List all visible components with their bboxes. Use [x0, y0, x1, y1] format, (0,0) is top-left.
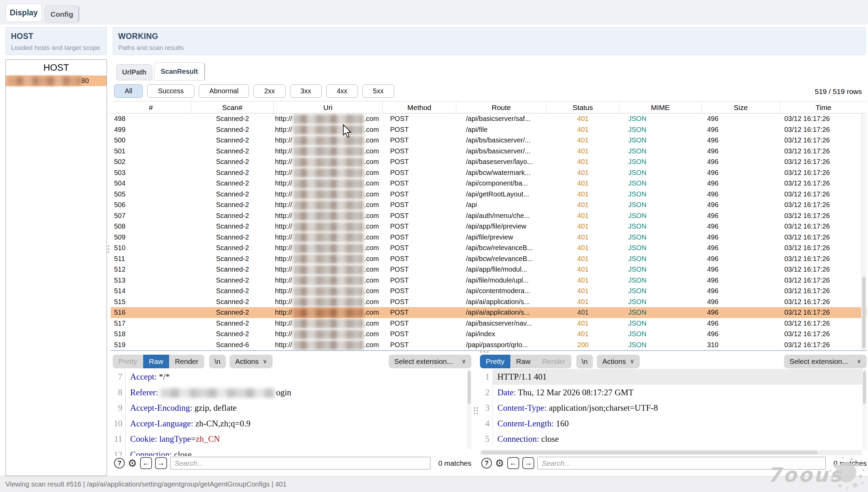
filter-button[interactable]: Abnormal	[199, 84, 249, 98]
help-icon[interactable]: ?	[481, 458, 492, 468]
table-row[interactable]: 519 Scanned-6 http://.com POST /papi/pas…	[111, 340, 867, 351]
column-header[interactable]: Time	[780, 101, 867, 114]
cell-size: 496	[702, 318, 780, 329]
scrollbar-thumb[interactable]	[863, 371, 866, 404]
filter-button[interactable]: 5xx	[362, 84, 394, 98]
newline-toggle-button[interactable]: \n	[209, 355, 226, 368]
table-row[interactable]: 512 Scanned-2 http://.com POST /api/app/…	[111, 264, 867, 275]
select-extension-dropdown[interactable]: Select extension... ∨	[784, 355, 867, 368]
tab-display[interactable]: Display	[5, 3, 42, 22]
column-header[interactable]: Status	[547, 101, 619, 114]
actions-button[interactable]: Actions ∨	[597, 355, 639, 368]
previous-match-button[interactable]: ←	[507, 457, 519, 469]
uri-prefix: http://	[275, 169, 292, 176]
table-row[interactable]: 500 Scanned-2 http://.com POST /api/bs/b…	[111, 135, 867, 146]
table-row[interactable]: 517 Scanned-2 http://.com POST /api/basi…	[111, 318, 867, 329]
gear-icon[interactable]: ⚙	[128, 458, 137, 468]
newline-toggle-button[interactable]: \n	[576, 355, 593, 368]
line-number: 1	[480, 369, 493, 385]
filter-button[interactable]: 2xx	[253, 84, 285, 98]
table-row[interactable]: 510 Scanned-2 http://.com POST /api/bcw/…	[111, 243, 867, 254]
cell-route: /api/baseserver/layo...	[456, 156, 547, 167]
redacted-uri-host	[293, 308, 363, 318]
table-row[interactable]: 506 Scanned-2 http://.com POST /api 401 …	[111, 200, 867, 210]
editor-splitter-handle[interactable]	[474, 407, 478, 414]
render-tab[interactable]: Render	[169, 355, 204, 368]
table-row[interactable]: 515 Scanned-2 http://.com POST /api/ai/a…	[111, 297, 867, 308]
response-editor-content[interactable]: 1 HTTP/1.1 401 2 Date: Thu, 12 Mar 2026 …	[480, 369, 867, 456]
table-scrollbar[interactable]	[861, 113, 866, 350]
cell-time: 03/12 16:17:26	[780, 340, 867, 351]
table-row[interactable]: 505 Scanned-2 http://.com POST /api/getR…	[111, 189, 867, 200]
next-match-button[interactable]: →	[155, 457, 167, 469]
tab-scanresult[interactable]: ScanResult	[154, 63, 205, 81]
cell-time: 03/12 16:17:26	[780, 135, 867, 146]
cell-scan: Scanned-2	[191, 307, 274, 318]
cell-number: 513	[111, 275, 191, 286]
table-row[interactable]: 514 Scanned-2 http://.com POST /api/cont…	[111, 286, 867, 297]
select-extension-dropdown[interactable]: Select extension... ∨	[389, 355, 471, 368]
search-input[interactable]	[170, 457, 430, 469]
host-row[interactable]: 80	[6, 76, 107, 86]
tab-config[interactable]: Config	[45, 5, 79, 23]
filter-button[interactable]: 3xx	[290, 84, 322, 98]
table-row[interactable]: 503 Scanned-2 http://.com POST /api/bcw/…	[111, 167, 867, 178]
search-input[interactable]	[537, 457, 826, 469]
cell-method: POST	[383, 340, 456, 351]
column-header[interactable]: Method	[383, 101, 456, 114]
raw-tab[interactable]: Raw	[143, 355, 169, 368]
pretty-tab[interactable]: Pretty	[480, 355, 510, 368]
horizontal-splitter-handle[interactable]	[480, 351, 488, 353]
column-header[interactable]: Scan#	[191, 101, 274, 114]
table-row[interactable]: 501 Scanned-2 http://.com POST /api/bs/b…	[111, 146, 867, 157]
panel-splitter-handle[interactable]	[108, 245, 109, 253]
response-editor-scrollbar[interactable]	[862, 369, 867, 449]
cell-size: 496	[702, 200, 780, 210]
help-icon[interactable]: ?	[114, 458, 125, 468]
table-row[interactable]: 499 Scanned-2 http://.com POST /api/file…	[111, 124, 867, 135]
scrollbar-thumb[interactable]	[468, 371, 471, 404]
cell-number: 503	[111, 167, 191, 178]
filter-button[interactable]: Success	[147, 84, 194, 98]
table-row[interactable]: 504 Scanned-2 http://.com POST /api/comp…	[111, 178, 867, 189]
table-scrollbar-thumb[interactable]	[862, 277, 866, 348]
request-editor-scrollbar[interactable]	[467, 369, 471, 449]
filter-button[interactable]: 4xx	[326, 84, 358, 98]
column-header[interactable]: Size	[702, 101, 780, 114]
raw-tab[interactable]: Raw	[510, 355, 536, 368]
cell-route: /api/getRootLayout...	[456, 189, 547, 200]
cell-route: /api/file/preview	[456, 232, 547, 243]
table-row[interactable]: 511 Scanned-2 http://.com POST /api/bcw/…	[111, 254, 867, 264]
pretty-tab[interactable]: Pretty	[113, 355, 143, 368]
table-row[interactable]: 509 Scanned-2 http://.com POST /api/file…	[111, 232, 867, 243]
editor-line: 2 Date: Thu, 12 Mar 2026 08:17:27 GMT	[480, 385, 867, 400]
actions-button[interactable]: Actions ∨	[230, 355, 272, 368]
previous-match-button[interactable]: ←	[140, 457, 152, 469]
redacted-uri-host	[293, 244, 363, 253]
gear-icon[interactable]: ⚙	[495, 458, 504, 468]
header-separator: :	[154, 372, 159, 381]
cell-uri: http://.com	[274, 200, 383, 210]
response-horizontal-scrollbar[interactable]	[480, 450, 862, 455]
table-row[interactable]: 507 Scanned-2 http://.com POST /api/auth…	[111, 210, 867, 221]
header-name: Connection	[130, 450, 169, 456]
table-row[interactable]: 508 Scanned-2 http://.com POST /api/app/…	[111, 221, 867, 232]
column-header[interactable]: Route	[456, 101, 547, 114]
table-row[interactable]: 498 Scanned-2 http://.com POST /api/basi…	[111, 113, 867, 124]
cell-time: 03/12 16:17:26	[780, 124, 867, 135]
render-tab[interactable]: Render	[536, 355, 571, 368]
tab-urlpath[interactable]: UrlPath	[116, 64, 152, 80]
uri-suffix: .com	[364, 147, 379, 155]
request-editor-content[interactable]: 7 Accept: */* 8 Referer: ogin 9 Accept-E…	[113, 369, 471, 456]
column-header[interactable]: Uri	[274, 101, 383, 114]
table-row[interactable]: 516 Scanned-2 http://.com POST /api/ai/a…	[111, 307, 867, 318]
scrollbar-thumb[interactable]	[481, 451, 817, 454]
column-header[interactable]: MIME	[619, 101, 702, 114]
next-match-button[interactable]: →	[522, 457, 534, 469]
table-row[interactable]: 513 Scanned-2 http://.com POST /api/file…	[111, 275, 867, 286]
column-header[interactable]: #	[111, 101, 191, 114]
table-row[interactable]: 502 Scanned-2 http://.com POST /api/base…	[111, 156, 867, 167]
filter-button[interactable]: All	[114, 84, 143, 98]
table-row[interactable]: 518 Scanned-2 http://.com POST /api/inde…	[111, 329, 867, 340]
cell-number: 511	[111, 254, 191, 264]
